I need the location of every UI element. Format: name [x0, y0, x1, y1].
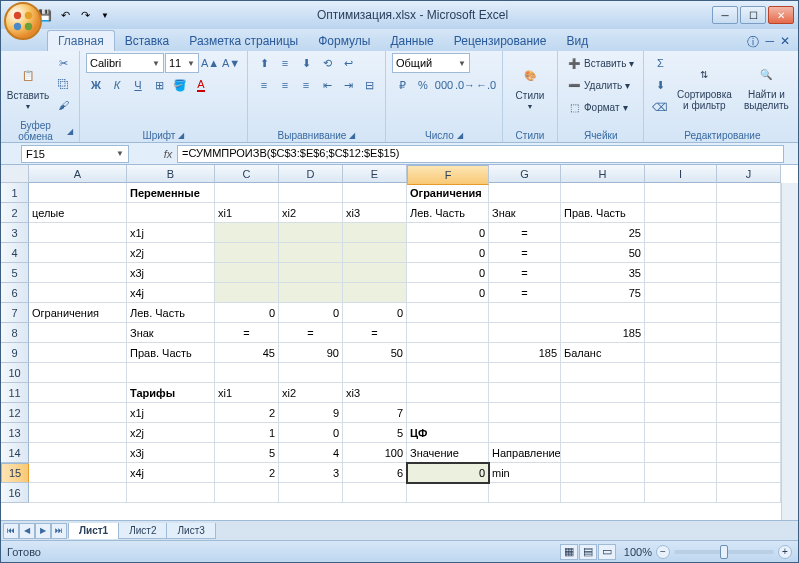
- cell-B16[interactable]: [127, 483, 215, 503]
- cell-G14[interactable]: Направление: [489, 443, 561, 463]
- cell-C4[interactable]: [215, 243, 279, 263]
- cell-A4[interactable]: [29, 243, 127, 263]
- cell-C15[interactable]: 2: [215, 463, 279, 483]
- cell-A10[interactable]: [29, 363, 127, 383]
- currency-icon[interactable]: ₽: [392, 75, 412, 95]
- cell-D10[interactable]: [279, 363, 343, 383]
- cell-G5[interactable]: =: [489, 263, 561, 283]
- cell-B2[interactable]: [127, 203, 215, 223]
- cell-F6[interactable]: 0: [407, 283, 489, 303]
- cell-J2[interactable]: [717, 203, 781, 223]
- delete-cells-button[interactable]: ➖Удалить ▾: [564, 75, 637, 95]
- cell-J10[interactable]: [717, 363, 781, 383]
- cell-C11[interactable]: xi1: [215, 383, 279, 403]
- sheet-nav-prev-icon[interactable]: ◀: [19, 523, 35, 539]
- cell-D12[interactable]: 9: [279, 403, 343, 423]
- shrink-font-icon[interactable]: A▼: [221, 53, 241, 73]
- cell-H8[interactable]: 185: [561, 323, 645, 343]
- cell-E6[interactable]: [343, 283, 407, 303]
- cell-J1[interactable]: [717, 183, 781, 203]
- styles-button[interactable]: 🎨 Стили ▼: [509, 53, 551, 119]
- increase-decimal-icon[interactable]: .0→: [455, 75, 475, 95]
- align-top-icon[interactable]: ⬆: [254, 53, 274, 73]
- cell-F14[interactable]: Значение: [407, 443, 489, 463]
- cell-A15[interactable]: [29, 463, 127, 483]
- tab-insert[interactable]: Вставка: [115, 31, 180, 51]
- align-bottom-icon[interactable]: ⬇: [296, 53, 316, 73]
- cell-F3[interactable]: 0: [407, 223, 489, 243]
- cell-G15[interactable]: min: [489, 463, 561, 483]
- row-header-3[interactable]: 3: [1, 223, 29, 243]
- underline-icon[interactable]: Ч: [128, 75, 148, 95]
- col-header-F[interactable]: F: [407, 165, 489, 185]
- decrease-decimal-icon[interactable]: ←.0: [476, 75, 496, 95]
- row-header-8[interactable]: 8: [1, 323, 29, 343]
- cell-I3[interactable]: [645, 223, 717, 243]
- cell-B10[interactable]: [127, 363, 215, 383]
- row-header-15[interactable]: 15: [1, 463, 29, 483]
- row-header-1[interactable]: 1: [1, 183, 29, 203]
- cell-H10[interactable]: [561, 363, 645, 383]
- cell-B15[interactable]: x4j: [127, 463, 215, 483]
- cell-I4[interactable]: [645, 243, 717, 263]
- cell-J6[interactable]: [717, 283, 781, 303]
- redo-icon[interactable]: ↷: [77, 7, 93, 23]
- sheet-tab-2[interactable]: Лист3: [166, 523, 215, 539]
- cell-E2[interactable]: xi3: [343, 203, 407, 223]
- cell-I15[interactable]: [645, 463, 717, 483]
- cell-H7[interactable]: [561, 303, 645, 323]
- cell-D14[interactable]: 4: [279, 443, 343, 463]
- row-header-14[interactable]: 14: [1, 443, 29, 463]
- col-header-B[interactable]: B: [127, 165, 215, 183]
- cell-A13[interactable]: [29, 423, 127, 443]
- cell-D3[interactable]: [279, 223, 343, 243]
- cell-F8[interactable]: [407, 323, 489, 343]
- cell-C14[interactable]: 5: [215, 443, 279, 463]
- row-header-4[interactable]: 4: [1, 243, 29, 263]
- cell-C12[interactable]: 2: [215, 403, 279, 423]
- cell-G11[interactable]: [489, 383, 561, 403]
- cell-G2[interactable]: Знак: [489, 203, 561, 223]
- cell-H15[interactable]: [561, 463, 645, 483]
- sheet-nav-next-icon[interactable]: ▶: [35, 523, 51, 539]
- tab-review[interactable]: Рецензирование: [444, 31, 557, 51]
- sheet-nav-first-icon[interactable]: ⏮: [3, 523, 19, 539]
- cell-C7[interactable]: 0: [215, 303, 279, 323]
- cell-J4[interactable]: [717, 243, 781, 263]
- comma-icon[interactable]: 000: [434, 75, 454, 95]
- cell-F15[interactable]: 0: [407, 463, 489, 483]
- col-header-A[interactable]: A: [29, 165, 127, 183]
- increase-indent-icon[interactable]: ⇥: [338, 75, 358, 95]
- cell-J11[interactable]: [717, 383, 781, 403]
- cell-F5[interactable]: 0: [407, 263, 489, 283]
- cells-area[interactable]: ПеременныеОграниченияцелыеxi1xi2xi3Лев. …: [29, 183, 781, 520]
- cell-I1[interactable]: [645, 183, 717, 203]
- maximize-button[interactable]: ☐: [740, 6, 766, 24]
- cell-J13[interactable]: [717, 423, 781, 443]
- cell-B11[interactable]: Тарифы: [127, 383, 215, 403]
- cell-I14[interactable]: [645, 443, 717, 463]
- cell-H16[interactable]: [561, 483, 645, 503]
- row-header-2[interactable]: 2: [1, 203, 29, 223]
- cell-B1[interactable]: Переменные: [127, 183, 215, 203]
- cell-C3[interactable]: [215, 223, 279, 243]
- merge-icon[interactable]: ⊟: [359, 75, 379, 95]
- cell-J3[interactable]: [717, 223, 781, 243]
- cell-A6[interactable]: [29, 283, 127, 303]
- cell-B4[interactable]: x2j: [127, 243, 215, 263]
- sort-filter-button[interactable]: ⇅ Сортировка и фильтр: [674, 53, 734, 119]
- zoom-slider[interactable]: [674, 550, 774, 554]
- name-box[interactable]: F15▼: [21, 145, 129, 163]
- format-cells-button[interactable]: ⬚Формат ▾: [564, 97, 637, 117]
- cell-H1[interactable]: [561, 183, 645, 203]
- font-dialog-icon[interactable]: ◢: [178, 131, 184, 140]
- cell-D5[interactable]: [279, 263, 343, 283]
- decrease-indent-icon[interactable]: ⇤: [317, 75, 337, 95]
- align-dialog-icon[interactable]: ◢: [349, 131, 355, 140]
- cell-D6[interactable]: [279, 283, 343, 303]
- cell-E11[interactable]: xi3: [343, 383, 407, 403]
- cell-I16[interactable]: [645, 483, 717, 503]
- align-middle-icon[interactable]: ≡: [275, 53, 295, 73]
- cell-D16[interactable]: [279, 483, 343, 503]
- font-name-select[interactable]: Calibri▼: [86, 53, 164, 73]
